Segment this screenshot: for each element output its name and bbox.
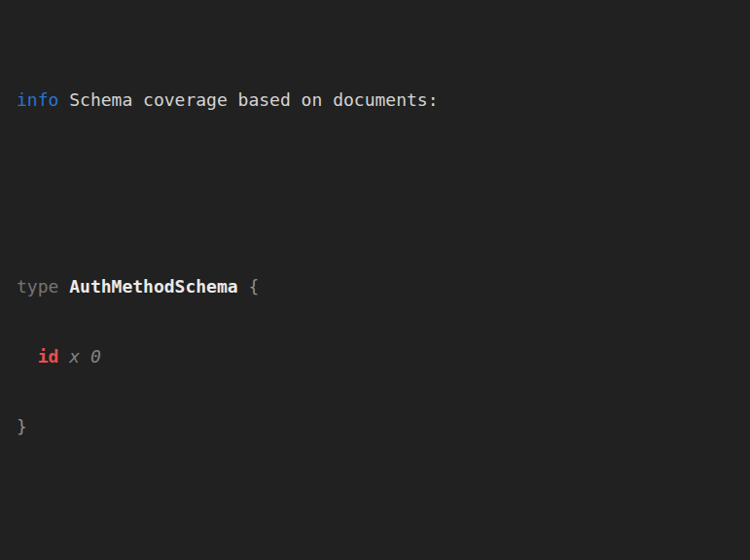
field-line: id x 0	[17, 345, 740, 368]
info-line: info Schema coverage based on documents:	[17, 88, 740, 112]
close-brace: }	[17, 416, 27, 437]
type-keyword: type	[17, 276, 58, 297]
open-brace: {	[248, 276, 259, 297]
info-label: info	[17, 89, 58, 110]
terminal-output[interactable]: info Schema coverage based on documents:…	[0, 0, 750, 560]
type-header: type AuthMethodSchema {	[17, 275, 740, 298]
field-name: id	[38, 346, 59, 367]
info-message: Schema coverage based on documents:	[69, 89, 438, 110]
type-block-authmethodschema: type AuthMethodSchema { id x 0 }	[17, 228, 740, 485]
type-name: AuthMethodSchema	[69, 276, 237, 297]
field-usage-count: x 0	[69, 346, 101, 367]
type-footer: }	[17, 415, 740, 438]
